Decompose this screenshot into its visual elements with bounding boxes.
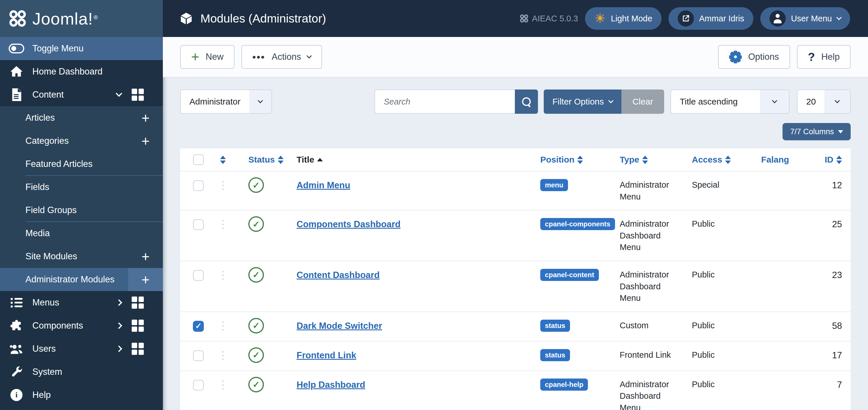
module-title-link[interactable]: Frontend Link [297, 350, 356, 360]
search-group [374, 90, 538, 114]
access-level: Public [676, 218, 745, 230]
module-type: Custom [604, 320, 676, 332]
sidebar-item-system[interactable]: System [0, 360, 163, 383]
published-status-icon[interactable]: ✓ [248, 177, 264, 193]
access-level: Public [676, 349, 745, 361]
table-row: ⋮ ✓ Components Dashboard cpanel-componen… [180, 211, 851, 261]
module-title-link[interactable]: Help Dashboard [297, 380, 365, 390]
published-status-icon[interactable]: ✓ [248, 377, 264, 392]
sidebar-subitem[interactable]: Field Groups + [0, 199, 163, 222]
access-sort-header[interactable]: Access [676, 155, 745, 165]
sidebar-item-home-dashboard[interactable]: Home Dashboard [0, 60, 163, 83]
sidebar-subitem[interactable]: Featured Articles + [0, 153, 163, 176]
sidebar-subitem[interactable]: Articles + [0, 106, 163, 129]
position-sort-header[interactable]: Position [520, 155, 604, 165]
module-title-link[interactable]: Dark Mode Switcher [297, 321, 382, 331]
row-checkbox[interactable] [193, 270, 204, 281]
published-status-icon[interactable]: ✓ [248, 318, 264, 334]
sidebar-subitem[interactable]: Fields + [0, 176, 163, 199]
chevron-down-icon [116, 90, 122, 97]
module-title-link[interactable]: Components Dashboard [297, 219, 401, 229]
drag-handle-icon[interactable]: ⋮ [211, 219, 235, 229]
id-sort-header[interactable]: ID [810, 155, 842, 165]
module-title-link[interactable]: Admin Menu [297, 180, 350, 190]
sidebar-subitem[interactable]: Categories + [0, 129, 163, 153]
drag-handle-icon[interactable]: ⋮ [211, 350, 235, 360]
module-title-link[interactable]: Content Dashboard [297, 270, 380, 280]
sidebar-subitem-label: Administrator Modules [25, 274, 128, 285]
module-id: 7 [810, 379, 842, 391]
menus-dashboard-grid-icon[interactable] [132, 296, 144, 309]
light-mode-button[interactable]: ☀ Light Mode [585, 7, 661, 30]
sort-select[interactable]: Title ascending [671, 90, 789, 114]
help-button[interactable]: ? Help [797, 45, 851, 69]
user-frontend-link-button[interactable]: Ammar Idris [669, 7, 753, 30]
sidebar-item-content[interactable]: Content [0, 83, 163, 106]
sidebar-subitem[interactable]: Media + [0, 222, 163, 245]
user-avatar-icon [770, 10, 786, 27]
status-sort-header[interactable]: Status [235, 155, 278, 165]
title-sort-header[interactable]: Title [278, 155, 520, 165]
content-dashboard-grid-icon[interactable] [132, 89, 144, 101]
search-input[interactable] [374, 90, 515, 114]
row-checkbox[interactable] [193, 321, 204, 332]
table-row: ⋮ ✓ Admin Menu menu Administrator Menu S… [180, 171, 851, 211]
plus-icon[interactable]: + [128, 129, 163, 153]
plus-icon[interactable]: + [128, 245, 163, 268]
row-checkbox[interactable] [193, 219, 204, 230]
type-sort-header[interactable]: Type [604, 155, 676, 165]
list-icon [11, 298, 23, 308]
brand-block: Joomla!® [0, 0, 163, 37]
row-checkbox[interactable] [193, 380, 204, 391]
topbar-right: AIEAC 5.0.3 ☀ Light Mode Ammar Idris Use… [520, 7, 850, 30]
chevron-down-icon [836, 15, 841, 20]
client-select[interactable]: Administrator [180, 90, 272, 114]
sidebar-subitem[interactable]: Site Modules + [0, 245, 163, 268]
sort-icon [725, 156, 731, 164]
plus-icon[interactable]: + [128, 106, 163, 129]
components-dashboard-grid-icon[interactable] [132, 320, 144, 332]
sidebar: Toggle Menu Home Dashboard Content Artic… [0, 37, 163, 410]
row-checkbox[interactable] [193, 180, 204, 191]
drag-handle-icon[interactable]: ⋮ [211, 180, 235, 191]
ordering-sort-header[interactable] [211, 156, 235, 164]
new-button[interactable]: + New [180, 45, 235, 69]
module-type: Administrator Dashboard Menu [604, 269, 676, 304]
position-badge: cpanel-content [540, 269, 599, 281]
toggle-menu-button[interactable]: Toggle Menu [0, 37, 163, 60]
chevron-right-icon [116, 322, 122, 329]
filter-options-button[interactable]: Filter Options [544, 90, 621, 114]
clear-button[interactable]: Clear [621, 90, 664, 114]
user-menu-button[interactable]: User Menu [760, 7, 850, 30]
sidebar-subitem[interactable]: Administrator Modules + [0, 268, 163, 291]
module-type: Administrator Menu [604, 179, 676, 202]
plus-icon[interactable]: + [128, 268, 163, 291]
site-version: AIEAC 5.0.3 [520, 14, 578, 23]
sidebar-item-menus[interactable]: Menus [0, 291, 163, 314]
select-all-checkbox[interactable] [193, 154, 204, 165]
published-status-icon[interactable]: ✓ [248, 347, 264, 363]
topbar: Joomla!® Modules (Administrator) AIEAC 5… [0, 0, 868, 37]
drag-handle-icon[interactable]: ⋮ [211, 379, 235, 390]
drag-handle-icon[interactable]: ⋮ [211, 270, 235, 280]
users-dashboard-grid-icon[interactable] [132, 343, 144, 355]
search-button[interactable] [515, 90, 538, 114]
sort-icon [836, 156, 842, 164]
options-button[interactable]: Options [718, 45, 790, 69]
access-level: Public [676, 320, 745, 332]
sidebar-item-users[interactable]: Users [0, 337, 163, 360]
falang-header: Falang [745, 155, 810, 165]
module-type: Administrator Dashboard Menu [604, 379, 676, 410]
row-checkbox[interactable] [193, 350, 204, 361]
actions-button[interactable]: ••• Actions [241, 45, 322, 69]
limit-select[interactable]: 20 [797, 90, 851, 114]
chevron-down-icon [609, 98, 614, 103]
position-badge: menu [540, 179, 568, 191]
drag-handle-icon[interactable]: ⋮ [211, 320, 235, 331]
sidebar-item-help[interactable]: i Help [0, 383, 163, 407]
published-status-icon[interactable]: ✓ [248, 216, 264, 232]
columns-toggle-button[interactable]: 7/7 Columns [782, 123, 851, 140]
published-status-icon[interactable]: ✓ [248, 267, 264, 283]
position-badge: status [540, 349, 570, 361]
sidebar-item-components[interactable]: Components [0, 314, 163, 337]
